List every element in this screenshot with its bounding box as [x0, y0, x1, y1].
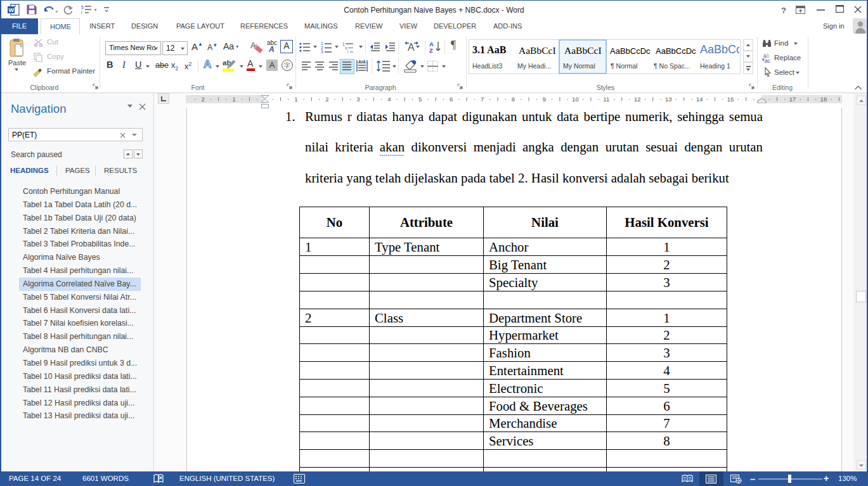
svg-text:11: 11	[603, 96, 609, 103]
svg-text:9: 9	[543, 96, 546, 103]
svg-text:1: 1	[232, 96, 235, 103]
svg-text:ac: ac	[765, 58, 771, 63]
svg-text:4: 4	[387, 96, 391, 103]
svg-text:2: 2	[201, 96, 204, 103]
svg-text:1: 1	[294, 96, 297, 103]
svg-text:14: 14	[696, 96, 703, 103]
svg-text:6: 6	[450, 96, 453, 103]
svg-text:3: 3	[356, 96, 360, 103]
svg-text:18: 18	[820, 96, 827, 103]
svg-text:17: 17	[789, 96, 796, 103]
svg-text:5: 5	[418, 96, 422, 103]
svg-text:3: 3	[321, 49, 323, 53]
svg-text:8: 8	[512, 96, 515, 103]
svg-text:Z: Z	[429, 47, 433, 54]
svg-text:?: ?	[781, 6, 786, 15]
svg-text:15: 15	[727, 96, 734, 103]
svg-text:5: 5	[81, 5, 84, 10]
svg-text:12: 12	[634, 96, 641, 103]
svg-text:10: 10	[572, 96, 579, 103]
svg-text:i: i	[81, 10, 82, 15]
svg-text:字: 字	[284, 62, 290, 69]
svg-text:7: 7	[481, 96, 484, 103]
svg-text:W: W	[9, 7, 15, 13]
svg-text:i: i	[347, 49, 348, 53]
svg-text:2: 2	[325, 96, 328, 103]
svg-text:13: 13	[665, 96, 672, 103]
